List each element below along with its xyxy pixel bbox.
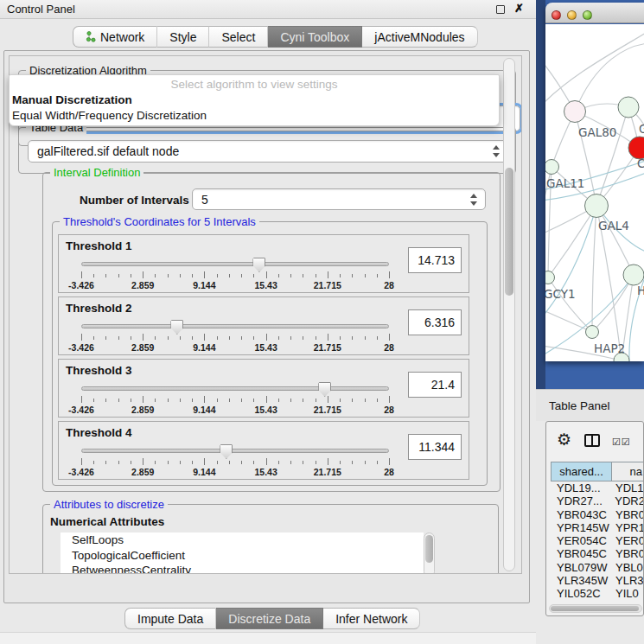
settings-scrollbar[interactable]: [503, 58, 515, 571]
cell-shared-name[interactable]: YBR045C: [551, 547, 611, 560]
threshold-slider[interactable]: -3.4262.8599.14415.4321.71528: [81, 382, 389, 415]
network-edge[interactable]: [545, 33, 644, 106]
threshold-slider[interactable]: -3.4262.8599.14415.4321.71528: [81, 258, 389, 290]
threshold-slider[interactable]: -3.4262.8599.14415.4321.71528: [81, 320, 389, 353]
tab-impute-data[interactable]: Impute Data: [124, 608, 216, 629]
node-label: GAL80: [578, 125, 616, 139]
table-hscrollbar[interactable]: [549, 604, 642, 613]
threshold-label: Threshold 4: [66, 426, 132, 439]
table-hscrollbar-thumb[interactable]: [551, 606, 639, 611]
table-row[interactable]: YLR345WYLR3: [551, 574, 644, 587]
network-canvas[interactable]: GAL80GACGAL11GAL4GCY1HHAP2: [545, 24, 644, 361]
slider-thumb[interactable]: [252, 258, 265, 272]
table-row[interactable]: YDR27...YDR2: [551, 494, 644, 507]
network-node-h[interactable]: [623, 265, 644, 285]
slider-tick-labels: -3.4262.8599.14415.4321.71528: [81, 405, 389, 415]
threshold-box-4: Threshold 4-3.4262.8599.14415.4321.71528…: [58, 421, 469, 480]
network-node-ga[interactable]: [618, 97, 639, 118]
dropdown-option-manual-discretization[interactable]: Manual Discretization: [10, 92, 499, 107]
network-edge[interactable]: [548, 206, 596, 277]
column-header-name[interactable]: na: [612, 462, 644, 481]
network-icon: [86, 31, 96, 42]
table-row[interactable]: YER054CYER0: [551, 534, 644, 547]
float-window-icon[interactable]: [496, 5, 505, 14]
cell-name[interactable]: YDL1: [611, 481, 644, 494]
network-node-gal80[interactable]: [564, 101, 586, 123]
network-edge-highlight[interactable]: [545, 206, 596, 318]
dropdown-option-equal-width-frequency-discretization[interactable]: Equal Width/Frequency Discretization: [10, 107, 499, 123]
attribute-item-topologicalcoefficient[interactable]: TopologicalCoefficient: [61, 548, 424, 564]
attribute-item-selfloops[interactable]: SelfLoops: [61, 532, 424, 548]
cell-shared-name[interactable]: YDR27...: [551, 494, 610, 507]
number-of-intervals-combobox[interactable]: 5: [192, 188, 486, 210]
threshold-value-field[interactable]: 14.713: [408, 247, 462, 273]
cell-shared-name[interactable]: YIL052C: [551, 587, 611, 600]
tab-network[interactable]: Network: [73, 26, 157, 48]
table-row[interactable]: YPR145WYPR1: [551, 521, 644, 534]
network-window-titlebar[interactable]: [545, 3, 644, 23]
slider-track[interactable]: [81, 386, 389, 391]
network-node-gcy1[interactable]: [545, 271, 555, 284]
table-row[interactable]: YIL052CYIL0: [551, 587, 644, 600]
tab-infer-network[interactable]: Infer Network: [323, 608, 420, 629]
tab-discretize-data[interactable]: Discretize Data: [216, 608, 323, 629]
network-edge[interactable]: [596, 107, 628, 206]
attributes-scrollbar-thumb[interactable]: [425, 535, 433, 563]
network-edge[interactable]: [545, 309, 592, 332]
select-all-checkbox-icon[interactable]: ☑☑: [612, 437, 631, 448]
cell-name[interactable]: YER0: [611, 534, 644, 547]
minimize-traffic-light-icon[interactable]: [567, 10, 577, 20]
slider-thumb[interactable]: [170, 320, 183, 335]
table-row[interactable]: YBL079WYBL0: [551, 561, 644, 574]
network-view-window[interactable]: GAL80GACGAL11GAL4GCY1HHAP2: [545, 3, 644, 361]
cell-name[interactable]: YBL0: [611, 561, 644, 574]
cell-name[interactable]: YPR1: [611, 521, 644, 534]
attribute-item-betweennesscentrality[interactable]: BetweennessCentrality: [61, 563, 424, 574]
gear-icon[interactable]: ⚙: [557, 430, 571, 449]
table-row[interactable]: YBR045CYBR0: [551, 547, 644, 560]
table-row[interactable]: YDL19...YDL1: [551, 481, 644, 494]
close-icon[interactable]: ✗: [514, 2, 524, 15]
column-header-shared-name[interactable]: shared...: [552, 462, 612, 481]
slider-track[interactable]: [81, 324, 389, 328]
tab-select[interactable]: Select: [209, 26, 268, 48]
cell-name[interactable]: YIL0: [611, 587, 644, 600]
numerical-attributes-list[interactable]: SelfLoopsTopologicalCoefficientBetweenne…: [61, 532, 424, 574]
tab-cyni-toolbox[interactable]: Cyni Toolbox: [268, 26, 362, 48]
cell-name[interactable]: YBR0: [611, 508, 644, 521]
cell-shared-name[interactable]: YPR145W: [551, 521, 611, 534]
columns-icon[interactable]: [584, 434, 600, 447]
table-row[interactable]: YBR043CYBR0: [551, 508, 644, 521]
cell-shared-name[interactable]: YDL19...: [551, 481, 611, 494]
slider-track[interactable]: [81, 262, 389, 266]
network-edge[interactable]: [592, 206, 596, 332]
network-node-gal4[interactable]: [585, 194, 609, 218]
node-table[interactable]: shared... na YDL19...YDL1YDR27...YDR2YBR…: [551, 462, 644, 602]
threshold-value-field[interactable]: 6.316: [408, 309, 462, 335]
cell-shared-name[interactable]: YER054C: [551, 534, 611, 547]
cell-name[interactable]: YDR2: [610, 494, 644, 507]
tab-jactivemnodules[interactable]: jActiveMNodules: [362, 26, 477, 48]
cell-name[interactable]: YLR3: [611, 574, 644, 587]
threshold-value-field[interactable]: 21.4: [408, 372, 462, 398]
settings-scrollbar-thumb[interactable]: [505, 168, 513, 296]
numerical-attributes-label: Numerical Attributes: [50, 515, 164, 528]
cell-name[interactable]: YBR0: [611, 547, 644, 560]
cell-shared-name[interactable]: YBR043C: [551, 508, 611, 521]
tab-style[interactable]: Style: [157, 26, 209, 48]
threshold-value-field[interactable]: 11.344: [408, 434, 462, 460]
threshold-label: Threshold 1: [66, 239, 132, 252]
slider-thumb[interactable]: [220, 444, 233, 459]
network-edge[interactable]: [548, 277, 592, 332]
slider-thumb[interactable]: [318, 382, 331, 397]
close-traffic-light-icon[interactable]: [552, 10, 561, 20]
attributes-scrollbar[interactable]: [424, 532, 435, 574]
cell-shared-name[interactable]: YLR345W: [551, 574, 611, 587]
zoom-traffic-light-icon[interactable]: [583, 10, 592, 20]
slider-track[interactable]: [81, 449, 389, 453]
table-data-combobox[interactable]: galFiltered.sif default node: [28, 140, 508, 163]
cell-shared-name[interactable]: YBL079W: [551, 561, 611, 574]
network-node-hap2[interactable]: [586, 326, 599, 339]
threshold-slider[interactable]: -3.4262.8599.14415.4321.71528: [81, 444, 389, 477]
network-node-gal11[interactable]: [545, 160, 559, 175]
